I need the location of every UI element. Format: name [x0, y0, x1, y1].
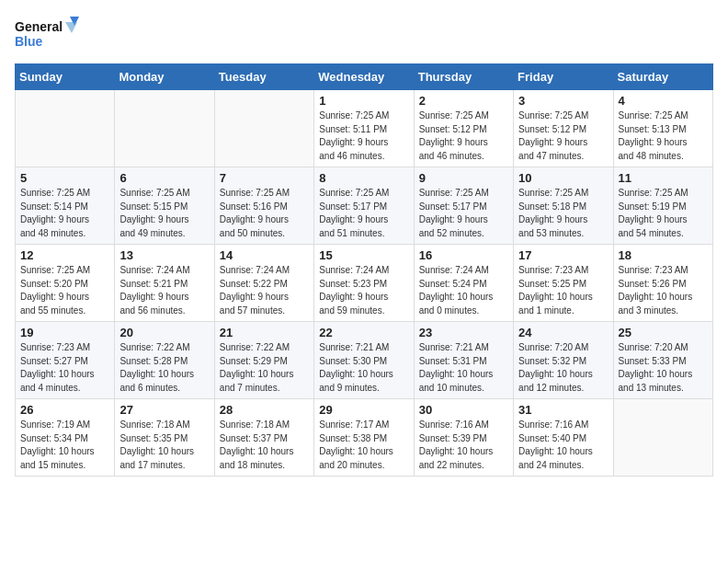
calendar-cell: 6Sunrise: 7:25 AMSunset: 5:15 PMDaylight… [115, 167, 214, 245]
day-number: 23 [419, 326, 508, 339]
calendar-cell: 9Sunrise: 7:25 AMSunset: 5:17 PMDaylight… [414, 167, 513, 245]
calendar-cell: 17Sunrise: 7:23 AMSunset: 5:25 PMDayligh… [514, 245, 613, 322]
day-number: 20 [119, 326, 209, 339]
calendar-cell: 25Sunrise: 7:20 AMSunset: 5:33 PMDayligh… [613, 322, 712, 399]
day-info: Sunrise: 7:25 AMSunset: 5:11 PMDaylight:… [319, 109, 408, 163]
header-day-wednesday: Wednesday [314, 64, 414, 90]
day-number: 3 [518, 94, 608, 108]
day-number: 25 [619, 326, 708, 339]
week-row-4: 19Sunrise: 7:23 AMSunset: 5:27 PMDayligh… [16, 322, 713, 399]
calendar-cell: 12Sunrise: 7:25 AMSunset: 5:20 PMDayligh… [16, 245, 115, 322]
calendar-cell: 5Sunrise: 7:25 AMSunset: 5:14 PMDaylight… [16, 167, 115, 245]
day-number: 28 [220, 403, 309, 417]
calendar-cell: 18Sunrise: 7:23 AMSunset: 5:26 PMDayligh… [613, 245, 712, 322]
day-number: 6 [119, 171, 209, 185]
week-row-1: 1Sunrise: 7:25 AMSunset: 5:11 PMDaylight… [16, 90, 713, 167]
day-info: Sunrise: 7:21 AMSunset: 5:30 PMDaylight:… [319, 341, 408, 395]
day-number: 7 [220, 171, 309, 185]
day-info: Sunrise: 7:25 AMSunset: 5:14 PMDaylight:… [20, 187, 109, 240]
day-info: Sunrise: 7:17 AMSunset: 5:38 PMDaylight:… [319, 419, 408, 472]
day-number: 15 [319, 248, 408, 262]
calendar-cell: 29Sunrise: 7:17 AMSunset: 5:38 PMDayligh… [314, 399, 414, 477]
day-number: 31 [518, 403, 608, 417]
day-number: 9 [419, 171, 508, 185]
calendar-cell: 8Sunrise: 7:25 AMSunset: 5:17 PMDaylight… [314, 167, 414, 245]
calendar-cell: 20Sunrise: 7:22 AMSunset: 5:28 PMDayligh… [115, 322, 214, 399]
day-info: Sunrise: 7:16 AMSunset: 5:40 PMDaylight:… [518, 419, 608, 472]
day-number: 27 [119, 403, 209, 417]
calendar-cell: 13Sunrise: 7:24 AMSunset: 5:21 PMDayligh… [115, 245, 214, 322]
header-day-monday: Monday [115, 64, 214, 90]
header-day-friday: Friday [514, 64, 613, 90]
calendar-cell: 21Sunrise: 7:22 AMSunset: 5:29 PMDayligh… [214, 322, 313, 399]
calendar-cell [16, 90, 115, 167]
day-info: Sunrise: 7:19 AMSunset: 5:34 PMDaylight:… [20, 419, 109, 472]
day-info: Sunrise: 7:25 AMSunset: 5:18 PMDaylight:… [518, 187, 608, 240]
header-row: SundayMondayTuesdayWednesdayThursdayFrid… [16, 64, 713, 90]
calendar-cell: 28Sunrise: 7:18 AMSunset: 5:37 PMDayligh… [214, 399, 313, 477]
header-day-tuesday: Tuesday [214, 64, 313, 90]
header-day-sunday: Sunday [16, 64, 115, 90]
page-header: General Blue [15, 15, 713, 56]
day-number: 22 [319, 326, 408, 339]
day-info: Sunrise: 7:25 AMSunset: 5:20 PMDaylight:… [20, 264, 109, 317]
svg-text:General: General [15, 19, 63, 34]
day-info: Sunrise: 7:25 AMSunset: 5:17 PMDaylight:… [419, 187, 508, 240]
day-number: 10 [518, 171, 608, 185]
day-number: 5 [20, 171, 109, 185]
day-info: Sunrise: 7:25 AMSunset: 5:13 PMDaylight:… [619, 109, 708, 163]
day-number: 2 [419, 94, 508, 108]
calendar-cell: 22Sunrise: 7:21 AMSunset: 5:30 PMDayligh… [314, 322, 414, 399]
calendar-cell: 10Sunrise: 7:25 AMSunset: 5:18 PMDayligh… [514, 167, 613, 245]
calendar-cell: 11Sunrise: 7:25 AMSunset: 5:19 PMDayligh… [613, 167, 712, 245]
day-number: 24 [518, 326, 608, 339]
calendar-cell: 2Sunrise: 7:25 AMSunset: 5:12 PMDaylight… [414, 90, 513, 167]
day-number: 13 [119, 248, 209, 262]
day-info: Sunrise: 7:25 AMSunset: 5:16 PMDaylight:… [220, 187, 309, 240]
svg-marker-3 [65, 22, 77, 33]
day-info: Sunrise: 7:25 AMSunset: 5:15 PMDaylight:… [119, 187, 209, 240]
logo-svg: General Blue [15, 15, 79, 56]
day-info: Sunrise: 7:22 AMSunset: 5:28 PMDaylight:… [119, 341, 209, 395]
calendar-cell: 26Sunrise: 7:19 AMSunset: 5:34 PMDayligh… [16, 399, 115, 477]
week-row-2: 5Sunrise: 7:25 AMSunset: 5:14 PMDaylight… [16, 167, 713, 245]
day-number: 4 [619, 94, 708, 108]
day-info: Sunrise: 7:23 AMSunset: 5:25 PMDaylight:… [518, 264, 608, 317]
day-number: 30 [419, 403, 508, 417]
day-info: Sunrise: 7:25 AMSunset: 5:19 PMDaylight:… [619, 187, 708, 240]
day-number: 11 [619, 171, 708, 185]
day-info: Sunrise: 7:24 AMSunset: 5:23 PMDaylight:… [319, 264, 408, 317]
day-info: Sunrise: 7:25 AMSunset: 5:17 PMDaylight:… [319, 187, 408, 240]
day-number: 19 [20, 326, 109, 339]
day-info: Sunrise: 7:25 AMSunset: 5:12 PMDaylight:… [518, 109, 608, 163]
day-number: 26 [20, 403, 109, 417]
day-number: 21 [220, 326, 309, 339]
calendar-cell: 30Sunrise: 7:16 AMSunset: 5:39 PMDayligh… [414, 399, 513, 477]
day-info: Sunrise: 7:20 AMSunset: 5:32 PMDaylight:… [518, 341, 608, 395]
day-number: 12 [20, 248, 109, 262]
day-info: Sunrise: 7:24 AMSunset: 5:21 PMDaylight:… [119, 264, 209, 317]
header-day-thursday: Thursday [414, 64, 513, 90]
calendar-cell: 4Sunrise: 7:25 AMSunset: 5:13 PMDaylight… [613, 90, 712, 167]
week-row-5: 26Sunrise: 7:19 AMSunset: 5:34 PMDayligh… [16, 399, 713, 477]
day-number: 14 [220, 248, 309, 262]
day-info: Sunrise: 7:23 AMSunset: 5:26 PMDaylight:… [619, 264, 708, 317]
calendar-cell [115, 90, 214, 167]
calendar-cell: 24Sunrise: 7:20 AMSunset: 5:32 PMDayligh… [514, 322, 613, 399]
calendar-cell: 3Sunrise: 7:25 AMSunset: 5:12 PMDaylight… [514, 90, 613, 167]
calendar-cell: 19Sunrise: 7:23 AMSunset: 5:27 PMDayligh… [16, 322, 115, 399]
header-day-saturday: Saturday [613, 64, 712, 90]
calendar-cell: 31Sunrise: 7:16 AMSunset: 5:40 PMDayligh… [514, 399, 613, 477]
day-info: Sunrise: 7:22 AMSunset: 5:29 PMDaylight:… [220, 341, 309, 395]
calendar-cell: 7Sunrise: 7:25 AMSunset: 5:16 PMDaylight… [214, 167, 313, 245]
day-number: 1 [319, 94, 408, 108]
day-number: 17 [518, 248, 608, 262]
logo: General Blue [15, 15, 79, 56]
day-info: Sunrise: 7:23 AMSunset: 5:27 PMDaylight:… [20, 341, 109, 395]
day-info: Sunrise: 7:16 AMSunset: 5:39 PMDaylight:… [419, 419, 508, 472]
day-number: 18 [619, 248, 708, 262]
day-info: Sunrise: 7:24 AMSunset: 5:22 PMDaylight:… [220, 264, 309, 317]
calendar-cell [214, 90, 313, 167]
calendar-cell: 1Sunrise: 7:25 AMSunset: 5:11 PMDaylight… [314, 90, 414, 167]
day-number: 16 [419, 248, 508, 262]
